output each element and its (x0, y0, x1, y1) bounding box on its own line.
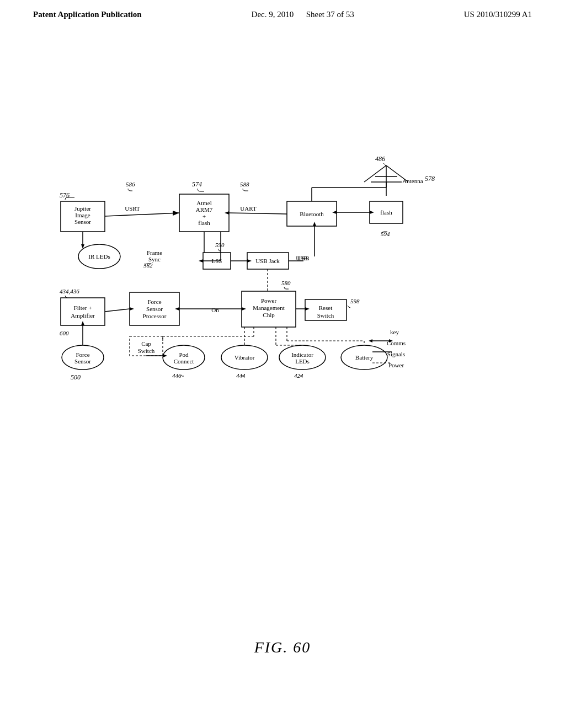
force-proc-text2: Sensor (146, 306, 163, 312)
svg-marker-16 (247, 259, 252, 263)
ref-588: 588 (240, 181, 249, 188)
ref-576: 576 (60, 191, 70, 199)
jupiter-text2: Image (75, 212, 90, 218)
svg-marker-18 (130, 307, 134, 311)
svg-marker-21 (305, 307, 310, 311)
atmel-text2: ARM7 (196, 206, 213, 213)
ref-574: 574 (192, 180, 202, 188)
power-mgmt-text3: Chip (263, 312, 275, 318)
ref-578: 578 (425, 175, 435, 183)
vibrator-text: Vibrator (234, 354, 255, 361)
battery-text: Battery (355, 354, 374, 361)
atmel-text3: + (202, 213, 206, 220)
svg-marker-28 (163, 354, 167, 357)
diagram-container: text { font-family: 'Times New Roman', T… (44, 110, 524, 441)
jupiter-to-atmel-line (105, 213, 179, 216)
ref-586: 586 (126, 181, 135, 188)
force-proc-text3: Processor (143, 313, 167, 319)
ref-434-436: 434,436 (60, 288, 79, 295)
usb-jack-text: USB Jack (255, 258, 280, 264)
key-signals-text: Signals (387, 351, 405, 357)
header-sheet: Sheet 37 of 53 (306, 10, 354, 19)
svg-marker-8 (225, 211, 229, 215)
force-sensor-text1: Force (76, 351, 89, 358)
filter-amp-text1: Filter + (74, 304, 92, 311)
ref-444: 444 (236, 372, 246, 379)
key-label: key (390, 329, 399, 335)
ref-598: 598 (350, 298, 360, 304)
svg-marker-15 (199, 259, 203, 263)
ref-590: 590 (215, 242, 225, 248)
svg-marker-17 (313, 222, 316, 226)
ref-600: 600 (60, 330, 69, 336)
svg-marker-19 (175, 307, 179, 311)
filter-force-line (105, 309, 130, 312)
ref-500: 500 (71, 373, 81, 381)
indicator-leds-text2: LEDs (295, 358, 310, 365)
on-text: On (211, 307, 219, 313)
svg-marker-10 (370, 211, 374, 214)
power-mgmt-text2: Management (253, 304, 284, 311)
bluetooth-text: Bluetooth (300, 211, 324, 217)
key-power-text: Power (388, 362, 404, 368)
page-header: Patent Application Publication Dec. 9, 2… (0, 0, 565, 19)
ref-582: 582 (143, 262, 153, 269)
jupiter-text: Jupiter (74, 205, 91, 212)
header-date: Dec. 9, 2010 (252, 10, 294, 19)
header-date-sheet: Dec. 9, 2010 Sheet 37 of 53 (252, 10, 354, 19)
force-sensor-text2: Sensor (74, 358, 91, 365)
frame-sync-text: Frame (147, 249, 162, 256)
usrt-text: USRT (125, 205, 140, 212)
ref-424: 424 (294, 372, 303, 379)
svg-marker-20 (242, 307, 246, 311)
cap-switch-text2: Switch (138, 347, 155, 354)
usb-label: USB (297, 255, 309, 261)
force-proc-text1: Force (147, 298, 161, 305)
reset-switch-text2: Switch (317, 312, 334, 319)
reset-switch-text1: Reset (319, 304, 332, 311)
filter-amp-text2: Amplifier (71, 312, 95, 319)
figure-label: FIG. 60 (254, 639, 311, 656)
ref-486: 486 (375, 155, 385, 163)
header-publisher: Patent Application Publication (33, 10, 142, 19)
atmel-text1: Atmel (196, 200, 212, 206)
atmel-text4: flash (198, 220, 210, 226)
ref-580: 580 (281, 280, 291, 286)
pod-connect-text1: Pod (179, 351, 189, 358)
svg-marker-27 (81, 321, 84, 325)
svg-marker-9 (332, 211, 337, 214)
indicator-leds-text1: Indicator (291, 351, 313, 358)
power-mgmt-text1: Power (261, 297, 276, 304)
antenna-label: Antenna (402, 178, 423, 184)
cap-switch-text1: Cap (141, 340, 151, 347)
ref-446: 446 (172, 372, 182, 379)
header-patent-number: US 2010/310299 A1 (464, 10, 532, 19)
svg-line-0 (364, 165, 386, 182)
ir-leds-text: IR LEDs (88, 253, 110, 260)
pod-connect-text2: Connect (174, 358, 194, 365)
svg-marker-29 (369, 339, 372, 342)
circuit-diagram: text { font-family: 'Times New Roman', T… (44, 110, 524, 441)
uart-text: UART (240, 205, 257, 212)
flash-text: flash (380, 209, 392, 216)
jupiter-text3: Sensor (74, 218, 91, 225)
atmel-to-bluetooth-line (229, 213, 287, 214)
key-comms-text: Comms (387, 340, 406, 346)
